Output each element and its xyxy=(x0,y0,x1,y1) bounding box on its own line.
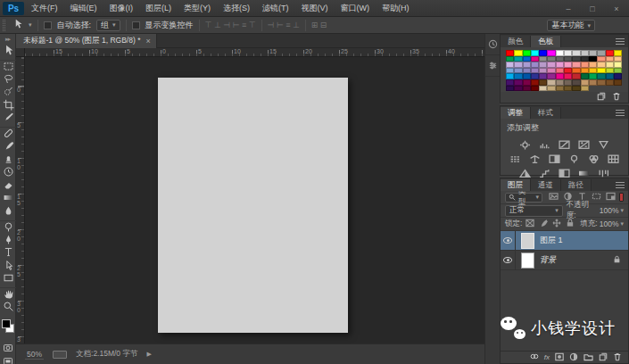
pixel-filter-icon[interactable] xyxy=(549,192,559,203)
clone-stamp-tool[interactable] xyxy=(0,153,16,166)
color-swatch[interactable] xyxy=(589,62,597,68)
new-layer-icon[interactable] xyxy=(599,352,608,363)
opacity-value[interactable]: 100% xyxy=(600,206,619,215)
type-tool[interactable] xyxy=(0,246,16,260)
color-swatch[interactable] xyxy=(556,56,564,62)
color-swatch[interactable] xyxy=(614,73,622,79)
layer-thumbnail[interactable] xyxy=(521,233,534,249)
document-tab[interactable]: 未标题-1 @ 50% (图层 1, RGB/8) * × xyxy=(16,34,157,48)
color-swatch[interactable] xyxy=(606,62,614,68)
dodge-tool[interactable] xyxy=(0,220,16,234)
color-swatch[interactable] xyxy=(539,79,547,86)
tab-channels[interactable]: 通道 xyxy=(531,179,561,191)
color-swatch[interactable] xyxy=(514,56,522,62)
delete-layer-icon[interactable] xyxy=(613,352,622,363)
color-swatch[interactable] xyxy=(547,62,555,68)
menu-item-4[interactable]: 类型(Y) xyxy=(184,3,211,14)
color-swatch[interactable] xyxy=(556,73,564,79)
lock-move-icon[interactable] xyxy=(552,219,561,229)
dropdown-arrow-icon[interactable]: ▾ xyxy=(620,220,624,228)
color-swatch[interactable] xyxy=(564,62,572,68)
zoom-level-field[interactable]: 50% xyxy=(25,350,44,360)
tab-close-icon[interactable]: × xyxy=(145,37,150,46)
color-swatch[interactable] xyxy=(556,68,564,74)
color-swatch[interactable] xyxy=(523,62,531,68)
foreground-color-swatch[interactable] xyxy=(2,319,11,328)
layer-thumbnail[interactable] xyxy=(521,252,534,269)
color-swatch[interactable] xyxy=(531,62,539,68)
color-swatch[interactable] xyxy=(597,68,605,74)
menu-item-3[interactable]: 图层(L) xyxy=(145,3,171,14)
screen-mode-button[interactable] xyxy=(0,355,16,364)
zoom-tool[interactable] xyxy=(0,301,16,314)
color-swatch[interactable] xyxy=(556,86,564,92)
close-button[interactable]: × xyxy=(611,4,622,13)
menu-item-9[interactable]: 帮助(H) xyxy=(382,3,410,14)
menu-item-1[interactable]: 编辑(E) xyxy=(70,3,97,14)
history-brush-tool[interactable] xyxy=(0,166,16,179)
auto-select-dropdown[interactable]: 组▾ xyxy=(96,20,120,31)
pen-tool[interactable] xyxy=(0,233,16,246)
color-swatch[interactable] xyxy=(564,73,572,79)
color-swatch[interactable] xyxy=(589,50,597,56)
status-flyout-arrow-icon[interactable]: ▶ xyxy=(146,351,151,358)
color-swatch[interactable] xyxy=(547,73,555,79)
color-swatch[interactable] xyxy=(547,86,555,92)
eye-icon[interactable] xyxy=(503,257,512,263)
color-swatch[interactable] xyxy=(581,56,589,62)
auto-select-checkbox[interactable] xyxy=(44,21,52,29)
color-swatch[interactable] xyxy=(506,86,514,92)
color-swatch[interactable] xyxy=(572,50,580,56)
color-swatch[interactable] xyxy=(547,68,555,74)
color-swatch[interactable] xyxy=(539,50,547,56)
color-swatch[interactable] xyxy=(597,79,605,86)
color-swatch[interactable] xyxy=(506,62,514,68)
delete-swatch-icon[interactable] xyxy=(612,92,621,103)
history-panel-icon[interactable] xyxy=(485,34,501,55)
color-swatch[interactable] xyxy=(523,73,531,79)
color-swatch[interactable] xyxy=(597,56,605,62)
color-swatch[interactable] xyxy=(539,62,547,68)
color-swatch[interactable] xyxy=(539,56,547,62)
color-swatch[interactable] xyxy=(539,73,547,79)
color-swatch[interactable] xyxy=(531,56,539,62)
new-swatch-icon[interactable] xyxy=(597,92,606,103)
color-swatch[interactable] xyxy=(614,79,622,86)
color-swatch[interactable] xyxy=(572,56,580,62)
color-swatch[interactable] xyxy=(531,50,539,56)
color-swatch[interactable] xyxy=(581,50,589,56)
color-swatch[interactable] xyxy=(506,73,514,79)
tab-adjustments[interactable]: 调整 xyxy=(501,107,531,119)
color-swatch[interactable] xyxy=(523,79,531,86)
adjustment-layer-icon[interactable] xyxy=(569,352,578,363)
path-selection-tool[interactable] xyxy=(0,259,16,272)
color-swatch[interactable] xyxy=(564,79,572,86)
crop-tool[interactable] xyxy=(0,98,16,112)
color-swatch[interactable] xyxy=(514,50,522,56)
menu-item-5[interactable]: 选择(S) xyxy=(223,3,250,14)
link-layers-icon[interactable] xyxy=(530,352,539,362)
color-swatch[interactable] xyxy=(531,86,539,92)
color-swatch[interactable] xyxy=(589,68,597,74)
color-swatch[interactable] xyxy=(506,79,514,86)
color-swatch[interactable] xyxy=(572,73,580,79)
blur-tool[interactable] xyxy=(0,204,16,218)
color-lookup-icon[interactable] xyxy=(607,153,620,164)
color-swatch[interactable] xyxy=(523,56,531,62)
color-swatch[interactable] xyxy=(572,86,580,92)
tab-layers[interactable]: 图层 xyxy=(501,179,531,191)
color-swatch[interactable] xyxy=(523,86,531,92)
tab-swatches[interactable]: 色板 xyxy=(531,36,561,47)
color-swatch[interactable] xyxy=(606,56,614,62)
color-swatch[interactable] xyxy=(514,68,522,74)
lock-transparent-icon[interactable] xyxy=(526,219,534,229)
color-swatch[interactable] xyxy=(556,79,564,86)
eye-icon[interactable] xyxy=(503,237,512,244)
black-white-icon[interactable] xyxy=(548,153,561,164)
color-swatch[interactable] xyxy=(606,68,614,74)
color-swatch[interactable] xyxy=(614,50,622,56)
color-swatch[interactable] xyxy=(572,79,580,86)
tab-styles[interactable]: 样式 xyxy=(531,107,561,119)
photo-filter-icon[interactable] xyxy=(567,153,581,164)
color-swatch[interactable] xyxy=(523,50,531,56)
